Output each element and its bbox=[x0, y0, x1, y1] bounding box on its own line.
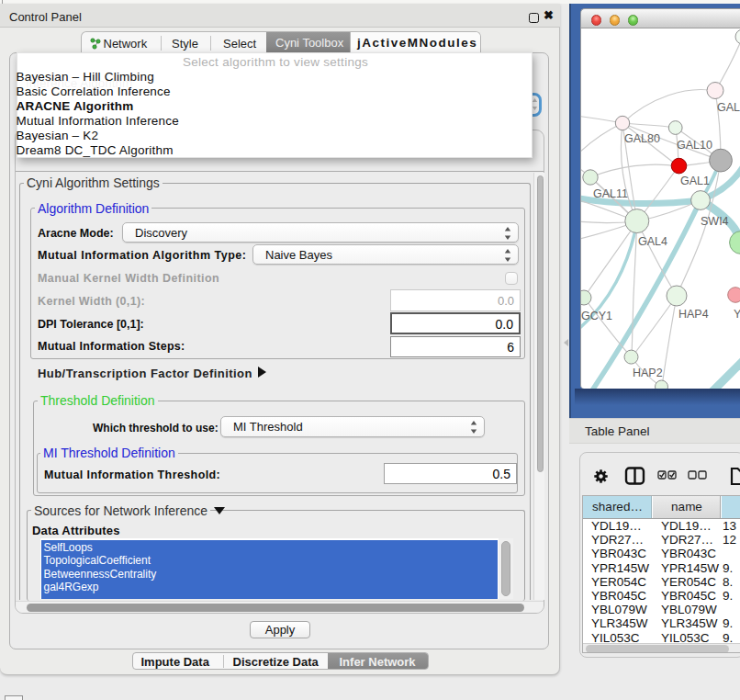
svg-text:HAP2: HAP2 bbox=[633, 367, 663, 379]
svg-text:SWI4: SWI4 bbox=[701, 215, 729, 228]
svg-text:GAL10: GAL10 bbox=[677, 139, 712, 152]
svg-text:GAL80: GAL80 bbox=[624, 132, 660, 145]
svg-text:GAL1: GAL1 bbox=[680, 175, 710, 187]
svg-text:GAL4: GAL4 bbox=[638, 235, 667, 248]
svg-text:GAL2: GAL2 bbox=[717, 101, 740, 114]
svg-text:GCY1: GCY1 bbox=[581, 310, 612, 322]
svg-text:HAP4: HAP4 bbox=[678, 308, 709, 321]
svg-text:GAL11: GAL11 bbox=[593, 187, 628, 200]
svg-text:Y: Y bbox=[734, 308, 740, 321]
